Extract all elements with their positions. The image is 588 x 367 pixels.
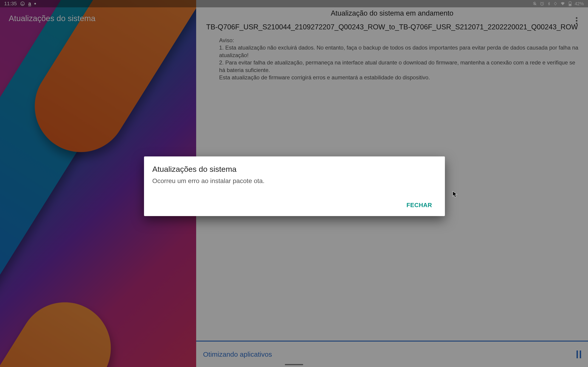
- dialog-actions: FECHAR: [152, 198, 437, 212]
- error-dialog: Atualizações do sistema Ocorreu um erro …: [144, 156, 445, 216]
- close-button[interactable]: FECHAR: [402, 198, 437, 212]
- mouse-cursor-icon: [452, 191, 458, 199]
- dialog-title: Atualizações do sistema: [152, 165, 437, 174]
- screen-root: Atualizações do sistema Atualização do s…: [0, 0, 588, 367]
- dialog-message: Ocorreu um erro ao instalar pacote ota.: [152, 177, 437, 185]
